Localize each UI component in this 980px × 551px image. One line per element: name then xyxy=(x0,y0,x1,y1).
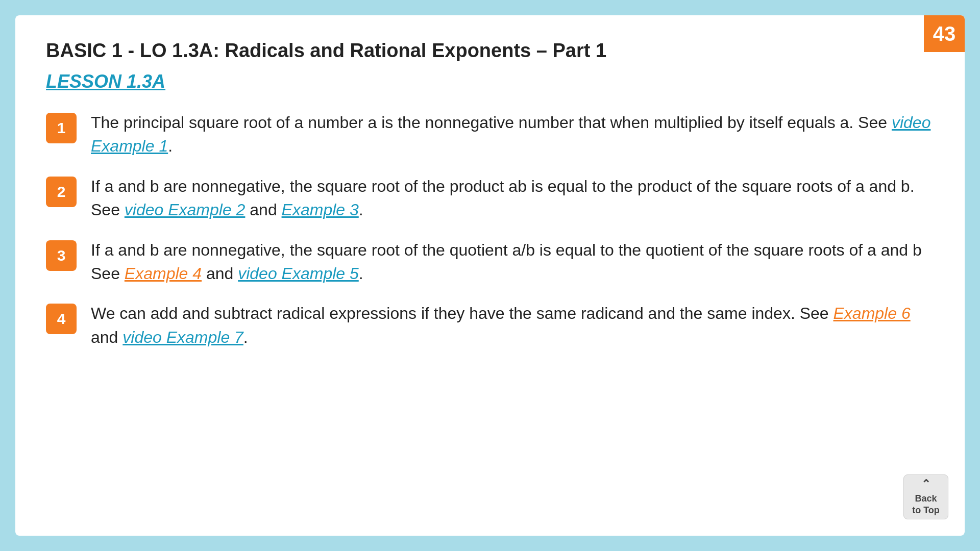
list-item: 4 We can add and subtract radical expres… xyxy=(46,302,934,349)
link-video-example-7[interactable]: video Example 7 xyxy=(122,328,243,346)
item-badge-3: 3 xyxy=(46,240,77,271)
link-video-example-1[interactable]: video Example 1 xyxy=(91,113,930,155)
list-item: 1 The principal square root of a number … xyxy=(46,111,934,158)
item-badge-2: 2 xyxy=(46,177,77,207)
chevron-up-icon: ⌃ xyxy=(921,477,930,492)
link-example-4[interactable]: Example 4 xyxy=(125,264,202,283)
item-text-4: We can add and subtract radical expressi… xyxy=(91,302,934,349)
item-badge-1: 1 xyxy=(46,113,77,143)
item-text-2: If a and b are nonnegative, the square r… xyxy=(91,174,934,222)
list-item: 2 If a and b are nonnegative, the square… xyxy=(46,174,934,222)
slide-container: 43 BASIC 1 - LO 1.3A: Radicals and Ratio… xyxy=(15,15,965,536)
back-to-top-button[interactable]: ⌃ Backto Top xyxy=(903,474,948,519)
main-title: BASIC 1 - LO 1.3A: Radicals and Rational… xyxy=(46,40,934,62)
link-video-example-2[interactable]: video Example 2 xyxy=(125,201,246,219)
item-badge-4: 4 xyxy=(46,304,77,334)
link-example-6[interactable]: Example 6 xyxy=(833,304,910,322)
lesson-link[interactable]: LESSON 1.3A xyxy=(46,71,165,92)
link-video-example-5[interactable]: video Example 5 xyxy=(238,264,359,283)
item-text-1: The principal square root of a number a … xyxy=(91,111,934,158)
list-item: 3 If a and b are nonnegative, the square… xyxy=(46,238,934,286)
page-number-text: 43 xyxy=(933,22,956,45)
page-number-badge: 43 xyxy=(924,15,965,52)
item-text-3: If a and b are nonnegative, the square r… xyxy=(91,238,934,286)
items-list: 1 The principal square root of a number … xyxy=(46,111,934,349)
link-example-3[interactable]: Example 3 xyxy=(282,201,359,219)
back-to-top-label: Backto Top xyxy=(912,493,940,517)
